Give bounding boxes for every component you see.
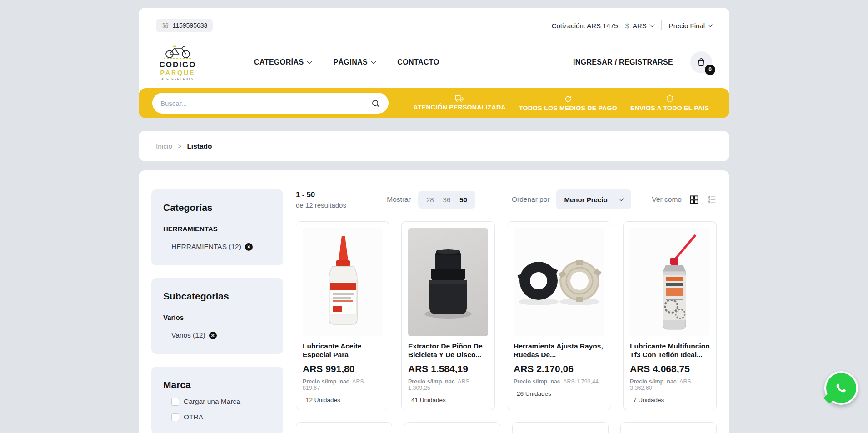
nav-paginas[interactable]: PÁGINAS bbox=[333, 58, 375, 66]
page-size-36[interactable]: 36 bbox=[443, 196, 451, 204]
sort-label: Ordenar por bbox=[512, 195, 550, 204]
chevron-down-icon bbox=[649, 22, 654, 27]
product-title[interactable]: Extractor De Piñon De Bicicleta Y De Dis… bbox=[408, 342, 488, 359]
product-title[interactable]: Herramienta Ajusta Rayos, Ruedas De... bbox=[514, 342, 604, 359]
tax-value: ARS 1.793,44 bbox=[563, 378, 599, 385]
product-grid: Lubricante Aceite Especial Para Biciclet… bbox=[296, 221, 717, 410]
header-right: INGRESAR / REGISTRARSE 0 bbox=[573, 51, 712, 73]
product-card[interactable]: Lubricante Aceite Especial Para Biciclet… bbox=[296, 221, 389, 410]
freewheel-remover-image bbox=[409, 237, 487, 328]
page-size-picker: 28 36 50 bbox=[418, 191, 475, 209]
product-image[interactable]: . bbox=[514, 228, 604, 336]
currency-value: ARS bbox=[633, 22, 647, 30]
search-icon bbox=[371, 99, 380, 108]
page-size-50[interactable]: 50 bbox=[459, 196, 467, 204]
brand-option-otra[interactable]: OTRA bbox=[171, 413, 271, 421]
product-title[interactable]: Lubricante Multifuncion Tf3 Con Teflón I… bbox=[630, 342, 710, 359]
tax-label: Precio s/imp. nac. bbox=[303, 378, 351, 385]
search-field bbox=[152, 93, 389, 114]
category-filter-herramientas[interactable]: HERRAMIENTAS (12) bbox=[171, 243, 271, 251]
product-card[interactable] bbox=[296, 422, 392, 433]
truck-icon bbox=[455, 95, 464, 102]
brand-option-cargar[interactable]: Cargar una Marca bbox=[171, 398, 271, 406]
product-price: ARS 1.584,19 bbox=[408, 363, 488, 374]
breadcrumb-home[interactable]: Inicio bbox=[156, 142, 172, 150]
logo-text-1: CODIGO bbox=[160, 60, 196, 70]
service-item: ENVÍOS A TODO EL PAÍS bbox=[630, 95, 709, 112]
lockring-tools-image: . bbox=[514, 248, 604, 316]
price-mode-selector[interactable]: Precio Final bbox=[669, 22, 712, 30]
header-main: CODIGO PARQUE BICICLETERIA CATEGORÍAS PÁ… bbox=[156, 44, 712, 80]
categories-filter-card: Categorías HERRAMIENTAS HERRAMIENTAS (12… bbox=[151, 189, 283, 265]
chevron-down-icon bbox=[619, 196, 624, 201]
product-stock: 12 Unidades bbox=[303, 397, 383, 403]
service-highlights: ATENCIÓN PERSONALIZADA TODOS LOS MEDIOS … bbox=[389, 95, 716, 112]
nav-categorias[interactable]: CATEGORÍAS bbox=[254, 58, 311, 66]
phone-number: 1159595633 bbox=[173, 22, 208, 29]
grid-view-icon bbox=[689, 194, 699, 205]
product-stock: 41 Unidades bbox=[408, 397, 488, 403]
oil-bottle-image bbox=[306, 232, 379, 332]
product-image[interactable] bbox=[630, 228, 710, 336]
main-content: Categorías HERRAMIENTAS HERRAMIENTAS (12… bbox=[139, 170, 729, 433]
product-card[interactable]: Extractor De Piñon De Bicicleta Y De Dis… bbox=[401, 221, 495, 410]
search-bar: ATENCIÓN PERSONALIZADA TODOS LOS MEDIOS … bbox=[139, 88, 729, 118]
phone-link[interactable]: ☏ 1159595633 bbox=[156, 19, 213, 32]
page-container: ☏ 1159595633 Cotización: ARS 1475 $ ARS … bbox=[139, 0, 729, 433]
product-card[interactable] bbox=[512, 422, 609, 433]
checkbox[interactable] bbox=[171, 398, 179, 406]
grid-view-button[interactable] bbox=[689, 194, 699, 205]
nav-label: CATEGORÍAS bbox=[254, 58, 304, 66]
cart-button[interactable]: 0 bbox=[690, 51, 712, 73]
search-input[interactable] bbox=[160, 100, 371, 107]
product-price: ARS 2.170,06 bbox=[514, 363, 604, 374]
service-item: ATENCIÓN PERSONALIZADA bbox=[414, 95, 506, 112]
show-label: Mostrar bbox=[387, 195, 411, 204]
price-mode-value: Precio Final bbox=[669, 22, 705, 30]
topbar-right: Cotización: ARS 1475 $ ARS Precio Final bbox=[552, 20, 712, 30]
service-label: ATENCIÓN PERSONALIZADA bbox=[414, 104, 506, 111]
store-logo[interactable]: CODIGO PARQUE BICICLETERIA bbox=[156, 44, 200, 80]
product-grid-row2 bbox=[296, 422, 717, 433]
logo-text-2: PARQUE bbox=[160, 69, 195, 76]
currency-selector[interactable]: $ ARS bbox=[625, 22, 654, 30]
filters-sidebar: Categorías HERRAMIENTAS HERRAMIENTAS (12… bbox=[151, 189, 283, 433]
brand-filter-card: Marca Cargar una Marca OTRA bbox=[151, 367, 283, 433]
product-card[interactable] bbox=[620, 422, 717, 433]
product-card[interactable]: . Herramienta Ajusta Rayos, Ruedas De...… bbox=[507, 221, 611, 410]
remove-filter-icon[interactable] bbox=[209, 332, 217, 339]
subcategory-filter-varios[interactable]: Varios (12) bbox=[171, 331, 271, 339]
product-card[interactable] bbox=[404, 422, 500, 433]
product-image[interactable] bbox=[408, 228, 488, 336]
product-title[interactable]: Lubricante Aceite Especial Para Biciclet… bbox=[303, 342, 383, 359]
categories-group-label: HERRAMIENTAS bbox=[163, 225, 271, 233]
product-image[interactable] bbox=[303, 228, 383, 336]
checkbox[interactable] bbox=[171, 413, 179, 421]
nav-contacto[interactable]: CONTACTO bbox=[397, 58, 439, 66]
sort-value: Menor Precio bbox=[564, 196, 608, 204]
subcategories-filter-card: Subcategorias Varios Varios (12) bbox=[151, 278, 283, 354]
login-register-link[interactable]: INGRESAR / REGISTRARSE bbox=[573, 58, 673, 66]
chevron-down-icon bbox=[371, 59, 376, 64]
page-size-28[interactable]: 28 bbox=[426, 196, 434, 204]
product-tax-line: Precio s/imp. nac. ARS 1.793,44 bbox=[514, 378, 604, 385]
whatsapp-button[interactable] bbox=[824, 371, 858, 405]
search-button[interactable] bbox=[371, 99, 380, 108]
product-card[interactable]: Lubricante Multifuncion Tf3 Con Teflón I… bbox=[623, 221, 717, 410]
list-view-button[interactable] bbox=[707, 194, 717, 204]
refresh-icon bbox=[564, 95, 572, 103]
whatsapp-icon bbox=[833, 379, 850, 397]
filter-label: Varios (12) bbox=[171, 331, 205, 339]
view-group: Ver como bbox=[652, 194, 717, 205]
tax-label: Precio s/imp. nac. bbox=[514, 378, 562, 385]
nav-label: CONTACTO bbox=[397, 58, 439, 66]
product-tax-line: Precio s/imp. nac. ARS 819,67 bbox=[303, 378, 383, 391]
remove-filter-icon[interactable] bbox=[245, 243, 253, 251]
sort-select[interactable]: Menor Precio bbox=[556, 189, 631, 209]
spray-can-image bbox=[631, 231, 708, 333]
main-nav: CATEGORÍAS PÁGINAS CONTACTO bbox=[254, 58, 439, 66]
product-price: ARS 991,80 bbox=[303, 363, 383, 374]
product-stock: 26 Unidades bbox=[514, 390, 604, 397]
subcategories-group-label: Varios bbox=[163, 314, 271, 321]
service-item: TODOS LOS MEDIOS DE PAGO bbox=[519, 95, 617, 112]
